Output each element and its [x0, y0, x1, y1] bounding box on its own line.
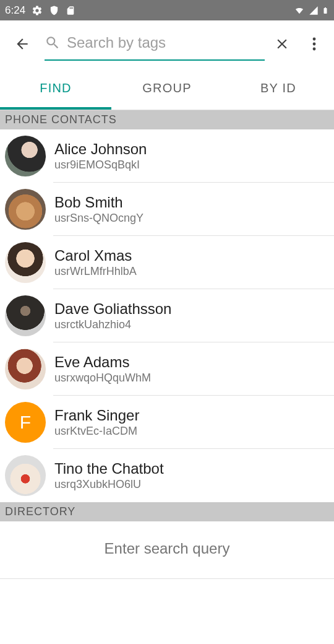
back-button[interactable] [10, 32, 35, 56]
contact-id: usr9iEMOSqBqkI [54, 159, 329, 172]
avatar [5, 295, 46, 336]
section-header-directory: DIRECTORY [0, 502, 334, 521]
avatar [5, 455, 46, 496]
avatar: F [5, 402, 46, 443]
svg-point-2 [313, 47, 316, 50]
clear-search-button[interactable] [267, 29, 297, 59]
battery-icon [322, 5, 329, 16]
contact-name: Dave Goliathsson [54, 300, 329, 318]
list-item[interactable]: Eve AdamsusrxwqoHQquWhM [0, 342, 334, 396]
contact-info: Tino the Chatbotusrq3XubkHO6lU [54, 460, 329, 491]
contact-info: Carol XmasusrWrLMfrHhlbA [54, 247, 329, 278]
status-right [293, 5, 329, 16]
contact-name: Carol Xmas [54, 247, 329, 264]
avatar [5, 349, 46, 389]
wifi-icon [293, 6, 306, 15]
list-item[interactable]: Carol XmasusrWrLMfrHhlbA [0, 236, 334, 289]
contact-id: usrctkUahzhio4 [54, 318, 329, 331]
contact-info: Frank SingerusrKtvEc-IaCDM [54, 407, 329, 438]
avatar [5, 136, 46, 176]
contact-name: Frank Singer [54, 407, 329, 424]
shield-icon [49, 5, 59, 15]
status-bar: 6:24 [0, 0, 334, 20]
search-icon [45, 35, 67, 51]
contact-list: Alice Johnsonusr9iEMOSqBqkIBob SmithusrS… [0, 129, 334, 502]
list-item[interactable]: FFrank SingerusrKtvEc-IaCDM [0, 396, 334, 449]
avatar [5, 242, 46, 283]
directory-placeholder: Enter search query [0, 521, 334, 579]
signal-icon [308, 6, 319, 15]
status-time: 6:24 [5, 4, 25, 17]
tab-group[interactable]: GROUP [111, 67, 223, 110]
search-input[interactable] [67, 34, 265, 51]
contact-info: Bob SmithusrSns-QNOcngY [54, 194, 329, 225]
avatar [5, 189, 46, 230]
tab-find[interactable]: FIND [0, 67, 111, 110]
tab-bar: FIND GROUP BY ID [0, 67, 334, 110]
list-item[interactable]: Tino the Chatbotusrq3XubkHO6lU [0, 449, 334, 502]
overflow-menu-button[interactable] [299, 29, 329, 59]
contact-name: Eve Adams [54, 354, 329, 371]
list-item[interactable]: Dave GoliathssonusrctkUahzhio4 [0, 289, 334, 342]
app-bar [0, 20, 334, 67]
section-header-phone-contacts: PHONE CONTACTS [0, 110, 334, 129]
more-vert-icon [312, 37, 316, 51]
search-field-wrap [45, 27, 265, 61]
tab-by-id[interactable]: BY ID [223, 67, 334, 110]
sd-card-icon [66, 5, 75, 16]
contact-name: Alice Johnson [54, 141, 329, 158]
contact-id: usrKtvEc-IaCDM [54, 425, 329, 438]
contact-info: Eve AdamsusrxwqoHQquWhM [54, 354, 329, 385]
list-item[interactable]: Alice Johnsonusr9iEMOSqBqkI [0, 129, 334, 183]
contact-name: Bob Smith [54, 194, 329, 211]
contact-id: usrq3XubkHO6lU [54, 478, 329, 491]
contact-id: usrxwqoHQquWhM [54, 372, 329, 385]
contact-name: Tino the Chatbot [54, 460, 329, 477]
gear-icon [32, 5, 43, 16]
contact-info: Dave GoliathssonusrctkUahzhio4 [54, 300, 329, 331]
status-left: 6:24 [5, 4, 75, 17]
arrow-back-icon [14, 36, 30, 52]
list-item[interactable]: Bob SmithusrSns-QNOcngY [0, 183, 334, 236]
svg-point-0 [313, 37, 316, 40]
contact-id: usrSns-QNOcngY [54, 212, 329, 225]
svg-point-1 [313, 42, 316, 45]
contact-info: Alice Johnsonusr9iEMOSqBqkI [54, 141, 329, 172]
contact-id: usrWrLMfrHhlbA [54, 265, 329, 278]
close-icon [274, 36, 290, 52]
